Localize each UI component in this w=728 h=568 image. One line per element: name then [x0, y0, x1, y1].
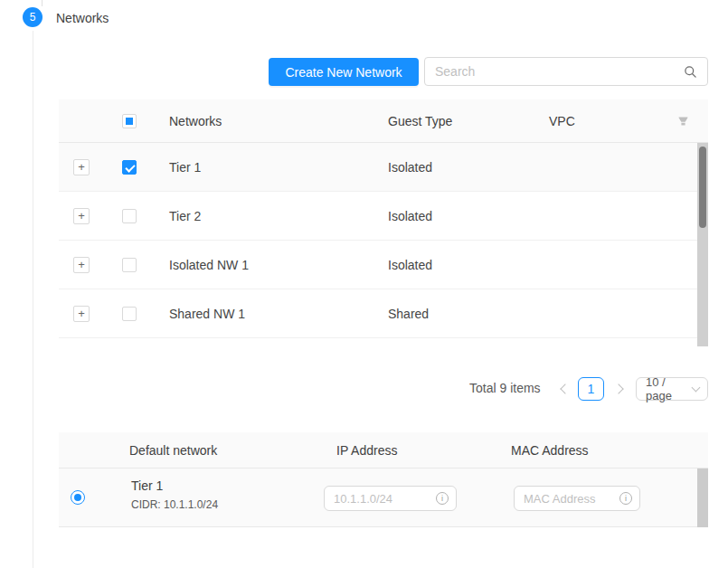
- column-header-default-network: Default network: [129, 443, 217, 458]
- step-connector-top: [42, 0, 43, 6]
- networks-table-header: Networks Guest Type VPC: [59, 99, 708, 143]
- networks-table-scrollbar-thumb[interactable]: [699, 147, 706, 228]
- expand-row-icon[interactable]: +: [73, 208, 90, 224]
- row-checkbox-tier2[interactable]: [122, 209, 137, 223]
- guest-type: Isolated: [388, 209, 432, 223]
- guest-type: Shared: [388, 307, 429, 321]
- table-row-tier1[interactable]: + Tier 1 Isolated: [59, 143, 698, 192]
- column-header-networks: Networks: [169, 114, 222, 128]
- page-size-label: 10 / page: [646, 375, 693, 402]
- column-header-mac-address: MAC Address: [511, 443, 589, 458]
- ip-address-field-wrap: i: [324, 486, 457, 511]
- column-header-vpc: VPC: [549, 114, 575, 128]
- network-name: Isolated NW 1: [169, 258, 249, 272]
- guest-type: Isolated: [388, 258, 432, 272]
- network-name: Tier 2: [169, 209, 201, 223]
- page-size-select[interactable]: 10 / page: [636, 377, 708, 401]
- info-icon[interactable]: i: [436, 492, 449, 505]
- ip-address-input[interactable]: [325, 492, 436, 506]
- search-input[interactable]: [425, 64, 684, 79]
- expand-row-icon[interactable]: +: [73, 257, 90, 273]
- guest-type: Isolated: [388, 160, 432, 175]
- search-box[interactable]: [424, 57, 708, 86]
- row-checkbox-tier1[interactable]: [122, 160, 137, 175]
- default-network-name: Tier 1: [131, 478, 163, 493]
- row-checkbox-shared-nw1[interactable]: [122, 307, 137, 321]
- table-row-tier2[interactable]: + Tier 2 Isolated: [59, 192, 698, 241]
- filter-icon[interactable]: [677, 115, 689, 127]
- prev-page-icon[interactable]: [552, 377, 575, 401]
- default-network-cidr: CIDR: 10.1.1.0/24: [131, 498, 218, 511]
- networks-step-page: 5 Networks Create New Network Networks G…: [0, 0, 728, 568]
- expand-row-icon[interactable]: +: [73, 306, 90, 322]
- search-icon[interactable]: [684, 65, 697, 79]
- column-header-guest-type: Guest Type: [388, 114, 452, 128]
- mac-address-field-wrap: i: [514, 486, 640, 511]
- step-number-badge: 5: [23, 7, 43, 27]
- table-row-isolated-nw1[interactable]: + Isolated NW 1 Isolated: [59, 241, 698, 289]
- next-page-icon[interactable]: [608, 377, 631, 401]
- network-name: Tier 1: [169, 160, 201, 175]
- pagination-total: Total 9 items: [469, 381, 541, 395]
- default-table-scrollbar[interactable]: [697, 469, 708, 527]
- default-network-radio[interactable]: [71, 490, 85, 505]
- mac-address-input[interactable]: [515, 492, 619, 506]
- column-header-ip-address: IP Address: [336, 443, 397, 458]
- step-connector-line: [33, 31, 33, 568]
- network-name: Shared NW 1: [169, 307, 245, 321]
- select-all-checkbox[interactable]: [122, 114, 137, 128]
- page-number-button[interactable]: 1: [578, 377, 604, 401]
- default-network-table-header: Default network IP Address MAC Address: [59, 432, 708, 469]
- step-title: Networks: [56, 11, 109, 25]
- row-checkbox-isolated-nw1[interactable]: [122, 258, 137, 272]
- info-icon[interactable]: i: [619, 492, 632, 505]
- default-network-row-tier1[interactable]: Tier 1 CIDR: 10.1.1.0/24 i i: [59, 469, 698, 527]
- create-new-network-button[interactable]: Create New Network: [269, 58, 419, 86]
- expand-row-icon[interactable]: +: [73, 159, 90, 175]
- table-row-shared-nw1[interactable]: + Shared NW 1 Shared: [59, 289, 698, 338]
